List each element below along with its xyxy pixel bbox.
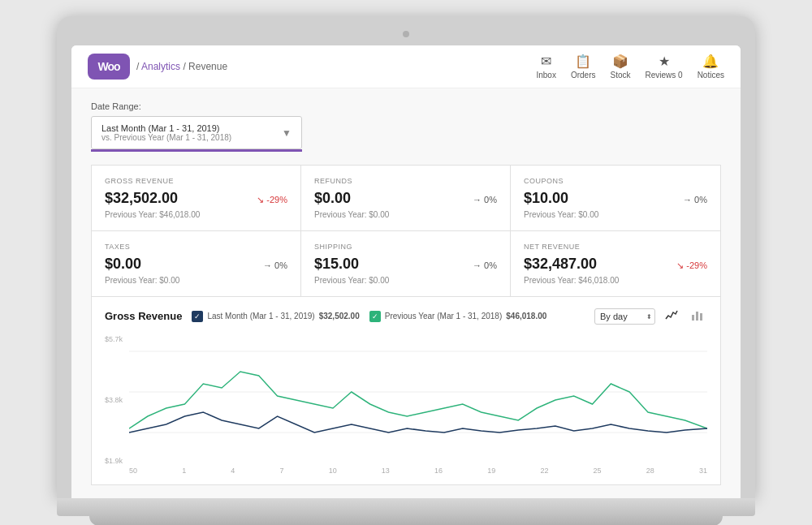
metric-coupons: COUPONS $10.00 → 0% Previous Year: $0.00: [511, 166, 720, 231]
shipping-value: $15.00: [314, 256, 359, 273]
chart-container: $5.7k $3.8k $1.9k: [105, 335, 707, 465]
nav-inbox[interactable]: ✉ Inbox: [536, 54, 555, 80]
laptop-foot: [89, 516, 723, 525]
coupons-label: COUPONS: [524, 177, 707, 185]
taxes-change: → 0%: [263, 260, 287, 270]
net-revenue-label: NET REVENUE: [524, 243, 707, 251]
purple-accent-bar: [91, 149, 302, 152]
logo-text: Woo: [97, 60, 119, 73]
breadcrumb-revenue: Revenue: [188, 61, 227, 72]
metric-refunds: REFUNDS $0.00 → 0% Previous Year: $0.00: [301, 166, 511, 231]
nav-notices[interactable]: 🔔 Notices: [698, 54, 724, 80]
metric-gross-revenue: GROSS REVENUE $32,502.00 ↘ -29% Previous…: [92, 166, 301, 231]
coupons-change: → 0%: [683, 195, 707, 204]
breadcrumb-analytics[interactable]: Analytics: [141, 61, 180, 72]
header-left: Woo / Analytics / Revenue: [88, 54, 227, 80]
x-label: 19: [487, 467, 495, 475]
notices-icon: 🔔: [702, 54, 719, 69]
laptop-base: [57, 498, 755, 516]
x-label: 16: [434, 467, 443, 475]
date-picker-sub: vs. Previous Year (Mar 1 - 31, 2018): [102, 133, 231, 142]
shipping-change: → 0%: [473, 260, 497, 270]
nav-stock[interactable]: 📦 Stock: [610, 54, 630, 80]
camera: [403, 31, 409, 37]
nav-inbox-label: Inbox: [536, 71, 555, 80]
bar-chart-button[interactable]: [688, 307, 707, 325]
screen: Woo / Analytics / Revenue ✉ Inbox 📋 Orde…: [71, 45, 741, 498]
shipping-previous: Previous Year: $0.00: [314, 276, 497, 285]
y-label-top: $5.7k: [105, 335, 123, 343]
refunds-change: → 0%: [473, 195, 497, 204]
inbox-icon: ✉: [541, 54, 551, 69]
x-label: 28: [646, 467, 654, 475]
nav-stock-label: Stock: [610, 71, 630, 80]
taxes-row: $0.00 → 0%: [105, 256, 287, 273]
shipping-label: SHIPPING: [314, 243, 497, 251]
metrics-grid: GROSS REVENUE $32,502.00 ↘ -29% Previous…: [91, 165, 721, 297]
chart-controls: By day By week By month: [594, 307, 707, 325]
svg-rect-2: [700, 313, 702, 321]
net-revenue-previous: Previous Year: $46,018.00: [524, 276, 707, 285]
metric-taxes: TAXES $0.00 → 0% Previous Year: $0.00: [92, 231, 301, 296]
header: Woo / Analytics / Revenue ✉ Inbox 📋 Orde…: [71, 45, 741, 88]
chart-section: Gross Revenue ✓ Last Month (Mar 1 - 31, …: [91, 297, 721, 485]
refunds-row: $0.00 → 0%: [314, 190, 497, 207]
nav-orders[interactable]: 📋 Orders: [571, 54, 596, 80]
legend-previous-label: Previous Year (Mar 1 - 31, 2018): [385, 312, 503, 321]
refunds-value: $0.00: [314, 190, 351, 207]
shipping-row: $15.00 → 0%: [314, 256, 497, 273]
legend-current-label: Last Month (Mar 1 - 31, 2019): [207, 312, 314, 321]
legend-current: ✓ Last Month (Mar 1 - 31, 2019) $32,502.…: [192, 311, 359, 322]
x-label: 13: [382, 467, 390, 475]
gross-revenue-value: $32,502.00: [105, 190, 178, 207]
chart-y-labels: $5.7k $3.8k $1.9k: [105, 335, 123, 465]
gross-revenue-previous: Previous Year: $46,018.00: [105, 210, 287, 219]
svg-rect-1: [696, 312, 698, 321]
legend-previous-value: $46,018.00: [506, 312, 546, 321]
taxes-label: TAXES: [105, 243, 287, 251]
refunds-previous: Previous Year: $0.00: [314, 210, 497, 219]
date-range-label: Date Range:: [91, 101, 721, 111]
taxes-previous: Previous Year: $0.00: [105, 276, 287, 285]
y-label-mid: $3.8k: [105, 396, 123, 404]
date-picker-arrow-icon: ▼: [282, 127, 292, 139]
main-content: Date Range: Last Month (Mar 1 - 31, 2019…: [71, 88, 741, 498]
breadcrumb: / Analytics / Revenue: [136, 61, 227, 72]
gross-revenue-change: ↘ -29%: [257, 195, 287, 205]
screen-bezel: Woo / Analytics / Revenue ✉ Inbox 📋 Orde…: [57, 16, 755, 498]
reviews-icon: ★: [659, 54, 670, 69]
svg-rect-0: [692, 315, 694, 321]
nav-reviews[interactable]: ★ Reviews 0: [646, 54, 683, 80]
legend-previous: ✓ Previous Year (Mar 1 - 31, 2018) $46,0…: [369, 311, 547, 322]
x-label: 31: [699, 467, 707, 475]
metric-net-revenue: NET REVENUE $32,487.00 ↘ -29% Previous Y…: [511, 231, 720, 296]
date-picker[interactable]: Last Month (Mar 1 - 31, 2019) vs. Previo…: [91, 116, 302, 149]
x-label: 22: [540, 467, 548, 475]
header-nav: ✉ Inbox 📋 Orders 📦 Stock ★ Reviews 0: [536, 54, 724, 80]
y-label-bot: $1.9k: [105, 457, 123, 465]
gross-revenue-label: GROSS REVENUE: [105, 177, 287, 185]
x-label: 4: [231, 467, 235, 475]
woo-logo[interactable]: Woo: [88, 54, 130, 80]
gross-revenue-row: $32,502.00 ↘ -29%: [105, 190, 287, 207]
x-label: 25: [594, 467, 602, 475]
nav-notices-label: Notices: [698, 71, 724, 80]
nav-orders-label: Orders: [571, 71, 596, 80]
date-picker-main: Last Month (Mar 1 - 31, 2019): [102, 123, 231, 133]
orders-icon: 📋: [575, 54, 591, 69]
coupons-row: $10.00 → 0%: [524, 190, 707, 207]
laptop-frame: Woo / Analytics / Revenue ✉ Inbox 📋 Orde…: [57, 16, 755, 525]
x-label: 10: [329, 467, 337, 475]
refunds-label: REFUNDS: [314, 177, 497, 185]
date-picker-content: Last Month (Mar 1 - 31, 2019) vs. Previo…: [102, 123, 231, 142]
coupons-value: $10.00: [524, 190, 568, 207]
legend-current-value: $32,502.00: [319, 312, 360, 321]
period-select[interactable]: By day By week By month: [594, 308, 655, 325]
legend-check-green: ✓: [369, 311, 381, 322]
chart-header: Gross Revenue ✓ Last Month (Mar 1 - 31, …: [105, 307, 707, 325]
x-label: 7: [280, 467, 284, 475]
metric-shipping: SHIPPING $15.00 → 0% Previous Year: $0.0…: [301, 231, 511, 296]
period-select-wrapper: By day By week By month: [594, 308, 655, 325]
legend-check-blue: ✓: [192, 311, 203, 322]
line-chart-button[interactable]: [662, 307, 681, 325]
